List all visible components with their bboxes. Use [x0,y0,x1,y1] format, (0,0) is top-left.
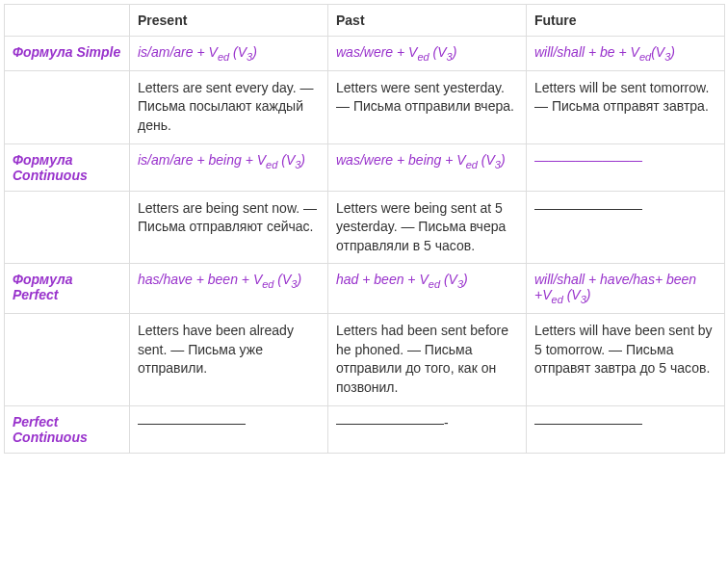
row-continuous-formula: Формула Continuous is/am/are + being + V… [5,143,725,191]
perfect-continuous-present: ———————— [130,405,328,453]
perfect-past-formula: had + been + Ved (V3) [328,264,527,314]
row-perfect-formula: Формула Perfect has/have + been + Ved (V… [5,264,725,314]
header-present: Present [130,5,328,37]
continuous-future-example: ———————— [527,191,725,264]
perfect-present-example: Letters have been already sent. — Письма… [130,314,328,405]
simple-present-formula: is/am/are + Ved (V3) [130,37,328,71]
simple-future-example: Letters will be sent tomorrow. — Письма … [527,70,725,143]
simple-present-example: Letters are sent every day. — Письма пос… [130,70,328,143]
continuous-future-formula: ———————— [527,143,725,191]
header-future: Future [527,5,725,37]
row-perfect-example: Letters have been already sent. — Письма… [5,314,725,405]
continuous-present-example: Letters are being sent now. — Письма отп… [130,191,328,264]
simple-past-formula: was/were + Ved (V3) [328,37,527,71]
label-simple: Формула Simple [5,37,130,71]
perfect-past-example: Letters had been sent before he phoned. … [328,314,527,405]
header-blank [5,5,130,37]
header-row: Present Past Future [5,5,725,37]
continuous-past-formula: was/were + being + Ved (V3) [328,143,527,191]
label-empty [5,70,130,143]
row-continuous-example: Letters are being sent now. — Письма отп… [5,191,725,264]
perfect-future-formula: will/shall + have/has+ been +Ved (V3) [527,264,725,314]
row-simple-formula: Формула Simple is/am/are + Ved (V3) was/… [5,37,725,71]
label-empty [5,314,130,405]
label-empty [5,191,130,264]
continuous-present-formula: is/am/are + being + Ved (V3) [130,143,328,191]
row-perfect-continuous: Perfect Continuous ———————— ————————- ——… [5,405,725,453]
perfect-future-example: Letters will have been sent by 5 tomorro… [527,314,725,405]
row-simple-example: Letters are sent every day. — Письма пос… [5,70,725,143]
perfect-present-formula: has/have + been + Ved (V3) [130,264,328,314]
header-past: Past [328,5,527,37]
label-continuous: Формула Continuous [5,143,130,191]
passive-voice-table: Present Past Future Формула Simple is/am… [4,4,725,454]
simple-past-example: Letters were sent yesterday. — Письма от… [328,70,527,143]
perfect-continuous-past: ————————- [328,405,527,453]
perfect-continuous-future: ———————— [527,405,725,453]
continuous-past-example: Letters were being sent at 5 yesterday. … [328,191,527,264]
label-perfect-continuous: Perfect Continuous [5,405,130,453]
simple-future-formula: will/shall + be + Ved(V3) [527,37,725,71]
label-perfect: Формула Perfect [5,264,130,314]
